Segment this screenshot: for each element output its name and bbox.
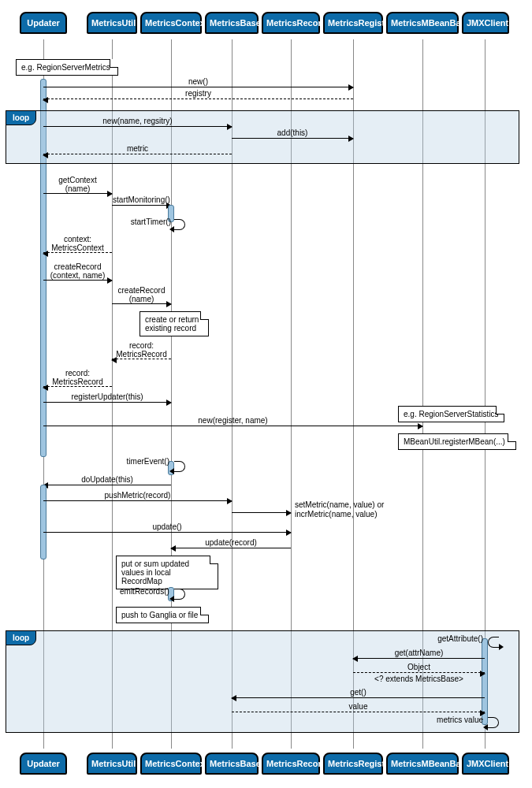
msg-label: context:: [43, 235, 112, 243]
msg-label: registry: [43, 89, 353, 98]
arrow: [43, 126, 232, 127]
participant-metricscontext-top: MetricsContext: [140, 12, 202, 34]
arrow: [43, 193, 112, 194]
note-push-ganglia: push to Ganglia or file: [116, 607, 209, 623]
arrow: [43, 154, 232, 154]
participant-metricsbase-bottom: MetricsBase: [205, 753, 259, 775]
self-loop: [174, 219, 185, 230]
arrow: [43, 87, 353, 87]
msg-label: record:: [43, 369, 112, 377]
msg-label: new(name, regsitry): [43, 117, 232, 125]
msg-label: getContext: [43, 176, 112, 184]
arrow: [43, 280, 112, 281]
msg-label: (name): [43, 184, 112, 193]
msg-label: setMetric(name, value) or: [295, 500, 384, 509]
arrow: [43, 532, 291, 533]
msg-label: value: [232, 702, 485, 711]
note-mbeanutil: MBeanUtil.registerMBean(...): [398, 433, 516, 450]
self-loop: [174, 461, 185, 472]
msg-label: pushMetric(record): [43, 491, 232, 500]
msg-label: createRecord: [112, 286, 171, 295]
participant-metricsregistry-bottom: MetricsRegistry: [323, 753, 383, 775]
msg-label: incrMetric(name, value): [295, 510, 377, 519]
participant-updater-bottom: Updater: [20, 753, 67, 775]
msg-label: createRecord: [43, 262, 112, 271]
arrow: [232, 712, 485, 712]
msg-label: record:: [112, 341, 171, 350]
participant-metricscontext-bottom: MetricsContext: [140, 753, 202, 775]
loop-label-1: loop: [6, 110, 36, 125]
arrow: [112, 359, 171, 359]
msg-label: add(this): [232, 128, 353, 137]
participant-jmxclient-top: JMXClient: [462, 12, 509, 34]
participant-metricsrecord-top: MetricsRecord: [262, 12, 320, 34]
msg-label: new(register, name): [43, 416, 422, 425]
msg-label: startTimer(): [128, 217, 171, 226]
arrow: [43, 426, 422, 426]
arrow: [43, 98, 353, 99]
msg-label: <? extends MetricsBase>: [353, 675, 485, 683]
arrow: [43, 252, 112, 253]
participant-metricsmbeanbase-bottom: MetricsMBeanBase: [386, 753, 459, 775]
arrow: [43, 386, 112, 387]
msg-label: get(attrName): [353, 649, 485, 657]
msg-label: update(): [43, 522, 291, 531]
msg-label: getAttribute(): [430, 634, 483, 643]
msg-label: doUpdate(this): [43, 475, 171, 484]
arrow: [112, 303, 171, 304]
participant-metricsutil-top: MetricsUtil: [87, 12, 137, 34]
msg-label: update(record): [171, 538, 291, 547]
participant-metricsmbeanbase-top: MetricsMBeanBase: [386, 12, 459, 34]
self-loop: [174, 589, 185, 600]
msg-label: registerUpdater(this): [43, 392, 171, 401]
participant-updater-top: Updater: [20, 12, 67, 34]
arrow: [43, 500, 232, 501]
arrow: [171, 548, 291, 548]
msg-label: MetricsRecord: [112, 350, 171, 359]
participant-jmxclient-bottom: JMXClient: [462, 753, 509, 775]
msg-label: new(): [43, 77, 353, 86]
arrow: [232, 697, 485, 698]
msg-label: get(): [232, 688, 485, 697]
msg-label: (name): [112, 295, 171, 303]
msg-label: metric: [43, 144, 232, 153]
loop-label-2: loop: [6, 630, 36, 645]
arrow: [43, 402, 171, 403]
arrow: [43, 485, 171, 485]
note-create-return: create or return existing record: [140, 311, 209, 336]
msg-label: startMonitoring(): [112, 195, 171, 204]
arrow: [112, 205, 171, 206]
participant-metricsregistry-top: MetricsRegistry: [323, 12, 383, 34]
participant-metricsrecord-bottom: MetricsRecord: [262, 753, 320, 775]
msg-label: MetricsRecord: [43, 377, 112, 386]
arrow: [232, 138, 353, 139]
msg-label: metrics value: [430, 716, 483, 724]
msg-label: Object: [353, 663, 485, 671]
msg-label: (context, name): [43, 271, 112, 280]
msg-label: timerEvent(): [124, 457, 169, 466]
arrow: [353, 672, 485, 673]
msg-label: MetricsContext: [43, 243, 112, 252]
arrow: [353, 658, 485, 659]
arrow: [232, 512, 291, 513]
note-put-sum: put or sum updated values in local Recor…: [116, 556, 218, 589]
participant-metricsbase-top: MetricsBase: [205, 12, 259, 34]
note-regionservermetrics: e.g. RegionServerMetrics: [16, 59, 118, 76]
self-loop: [488, 717, 499, 728]
participant-metricsutil-bottom: MetricsUtil: [87, 753, 137, 775]
msg-label: emitRecords(): [120, 587, 169, 596]
self-loop: [488, 637, 499, 648]
